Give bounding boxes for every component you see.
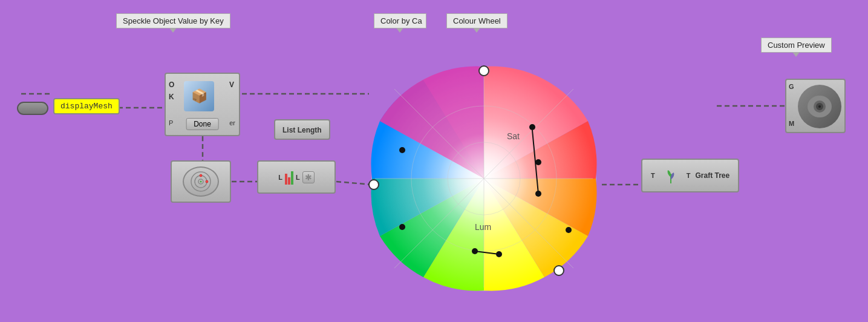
svg-point-10 <box>372 67 596 291</box>
svg-line-17 <box>394 179 484 268</box>
svg-point-32 <box>399 224 405 230</box>
svg-point-25 <box>554 266 564 275</box>
svg-line-34 <box>475 251 499 254</box>
er-label: er <box>229 119 235 126</box>
svg-point-9 <box>372 67 596 291</box>
svg-point-42 <box>206 180 208 183</box>
svg-line-30 <box>532 130 538 194</box>
color-by-cat-tooltip: Color by Ca <box>374 13 426 28</box>
speckle-tooltip: Speckle Object Value by Key <box>116 13 230 28</box>
svg-line-5 <box>336 182 372 185</box>
speckle-v-label: V <box>229 79 234 90</box>
tree-branch-node[interactable] <box>171 160 231 203</box>
svg-point-35 <box>496 251 502 257</box>
svg-point-24 <box>479 66 489 76</box>
svg-point-41 <box>200 174 202 177</box>
svg-point-29 <box>535 159 541 165</box>
colour-wheel-tooltip: Colour Wheel <box>446 13 507 28</box>
custom-preview-tooltip: Custom Preview <box>761 38 832 53</box>
svg-line-13 <box>484 89 573 179</box>
display-mesh-label[interactable]: displayMesh <box>53 98 120 114</box>
svg-point-47 <box>818 105 821 108</box>
custom-preview-node[interactable]: G M <box>785 79 846 133</box>
left-pill-connector <box>17 102 48 115</box>
svg-point-21 <box>411 106 556 251</box>
svg-point-33 <box>472 248 478 254</box>
svg-line-19 <box>394 89 484 179</box>
svg-point-26 <box>369 180 379 189</box>
merge-node[interactable]: L L ✱ <box>257 160 336 194</box>
svg-point-8 <box>372 67 596 291</box>
svg-point-36 <box>566 227 572 233</box>
graft-tree-node[interactable]: T T Graft Tree <box>641 159 739 192</box>
speckle-object-node[interactable]: O V K 📦 Done P er <box>165 73 240 136</box>
speckle-o-label: O <box>169 79 174 90</box>
p-label: P <box>169 119 173 126</box>
svg-point-20 <box>448 142 520 215</box>
svg-point-40 <box>200 181 202 183</box>
done-button[interactable]: Done <box>186 118 219 130</box>
svg-text:Sat: Sat <box>507 131 520 141</box>
speckle-k-label: K <box>169 91 174 102</box>
list-length-node[interactable]: List Length <box>274 119 330 140</box>
svg-line-15 <box>484 179 573 268</box>
svg-point-27 <box>399 147 405 153</box>
canvas: Sat Lum Speckle Object Value by Key Colo… <box>0 0 868 322</box>
svg-text:Lum: Lum <box>475 222 491 232</box>
svg-point-28 <box>529 124 535 130</box>
svg-point-31 <box>535 191 541 197</box>
svg-point-11 <box>372 67 596 291</box>
